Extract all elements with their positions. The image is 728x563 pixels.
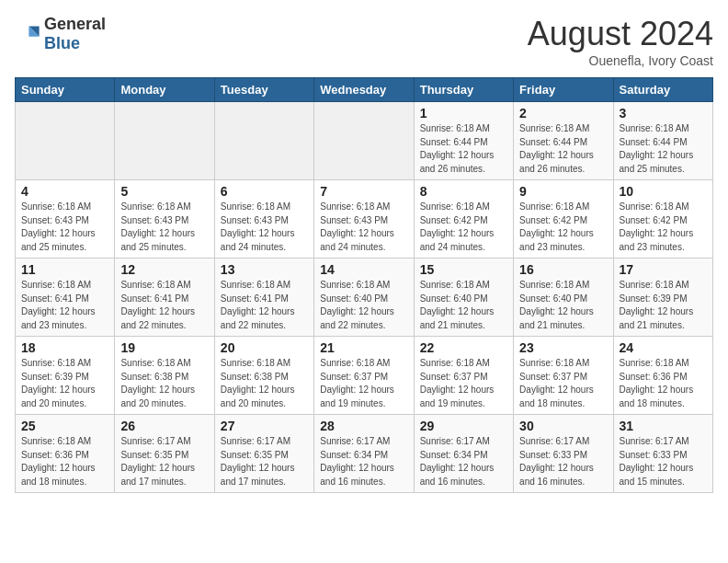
calendar-cell: 30Sunrise: 6:17 AM Sunset: 6:33 PM Dayli…	[514, 415, 613, 493]
day-info: Sunrise: 6:18 AM Sunset: 6:40 PM Dayligh…	[320, 279, 407, 332]
calendar-cell: 31Sunrise: 6:17 AM Sunset: 6:33 PM Dayli…	[613, 415, 712, 493]
day-info: Sunrise: 6:18 AM Sunset: 6:37 PM Dayligh…	[420, 357, 507, 410]
calendar-cell: 2Sunrise: 6:18 AM Sunset: 6:44 PM Daylig…	[514, 102, 613, 180]
calendar-week-5: 25Sunrise: 6:18 AM Sunset: 6:36 PM Dayli…	[16, 415, 713, 493]
calendar-week-1: 1Sunrise: 6:18 AM Sunset: 6:44 PM Daylig…	[16, 102, 713, 180]
calendar-cell: 6Sunrise: 6:18 AM Sunset: 6:43 PM Daylig…	[214, 180, 313, 259]
day-number: 16	[519, 262, 607, 277]
day-info: Sunrise: 6:18 AM Sunset: 6:38 PM Dayligh…	[120, 357, 208, 410]
header-day-thursday: Thursday	[414, 78, 513, 102]
calendar-cell: 21Sunrise: 6:18 AM Sunset: 6:37 PM Dayli…	[314, 337, 414, 415]
day-number: 2	[519, 106, 607, 121]
day-number: 8	[420, 184, 507, 199]
day-number: 30	[519, 419, 607, 433]
day-number: 7	[320, 184, 407, 199]
calendar-cell: 7Sunrise: 6:18 AM Sunset: 6:43 PM Daylig…	[314, 180, 414, 259]
day-info: Sunrise: 6:18 AM Sunset: 6:39 PM Dayligh…	[620, 279, 707, 332]
day-number: 26	[120, 419, 208, 433]
calendar-cell: 19Sunrise: 6:18 AM Sunset: 6:38 PM Dayli…	[115, 337, 214, 415]
calendar-cell	[214, 102, 313, 180]
calendar-cell: 17Sunrise: 6:18 AM Sunset: 6:39 PM Dayli…	[613, 259, 712, 337]
day-info: Sunrise: 6:18 AM Sunset: 6:42 PM Dayligh…	[519, 201, 607, 254]
day-number: 9	[519, 184, 607, 199]
calendar-cell: 25Sunrise: 6:18 AM Sunset: 6:36 PM Dayli…	[16, 415, 115, 493]
day-number: 3	[620, 106, 707, 121]
calendar-cell: 5Sunrise: 6:18 AM Sunset: 6:43 PM Daylig…	[115, 180, 214, 259]
day-info: Sunrise: 6:18 AM Sunset: 6:41 PM Dayligh…	[221, 279, 308, 332]
calendar-cell: 14Sunrise: 6:18 AM Sunset: 6:40 PM Dayli…	[314, 259, 414, 337]
calendar-cell: 1Sunrise: 6:18 AM Sunset: 6:44 PM Daylig…	[414, 102, 513, 180]
title-block: August 2024 Ouenefla, Ivory Coast	[528, 15, 713, 68]
calendar-cell	[115, 102, 214, 180]
day-info: Sunrise: 6:17 AM Sunset: 6:35 PM Dayligh…	[221, 435, 308, 488]
day-number: 31	[620, 419, 707, 433]
calendar-cell: 18Sunrise: 6:18 AM Sunset: 6:39 PM Dayli…	[16, 337, 115, 415]
day-number: 19	[120, 340, 208, 355]
day-info: Sunrise: 6:18 AM Sunset: 6:36 PM Dayligh…	[21, 435, 108, 488]
calendar-cell: 10Sunrise: 6:18 AM Sunset: 6:42 PM Dayli…	[613, 180, 712, 259]
calendar-cell: 27Sunrise: 6:17 AM Sunset: 6:35 PM Dayli…	[214, 415, 313, 493]
day-number: 4	[21, 184, 108, 199]
day-number: 22	[420, 340, 507, 355]
page-header: General Blue August 2024 Ouenefla, Ivory…	[15, 15, 713, 68]
day-info: Sunrise: 6:18 AM Sunset: 6:40 PM Dayligh…	[420, 279, 507, 332]
header-day-saturday: Saturday	[613, 78, 712, 102]
calendar-cell: 24Sunrise: 6:18 AM Sunset: 6:36 PM Dayli…	[613, 337, 712, 415]
calendar-cell: 22Sunrise: 6:18 AM Sunset: 6:37 PM Dayli…	[414, 337, 513, 415]
day-number: 17	[620, 262, 707, 277]
month-title: August 2024	[528, 15, 713, 53]
day-info: Sunrise: 6:18 AM Sunset: 6:43 PM Dayligh…	[120, 201, 208, 254]
day-number: 15	[420, 262, 507, 277]
day-number: 28	[320, 419, 407, 433]
calendar-cell: 23Sunrise: 6:18 AM Sunset: 6:37 PM Dayli…	[514, 337, 613, 415]
day-info: Sunrise: 6:17 AM Sunset: 6:34 PM Dayligh…	[420, 435, 507, 488]
location-subtitle: Ouenefla, Ivory Coast	[528, 53, 713, 68]
day-number: 20	[221, 340, 308, 355]
calendar-cell: 13Sunrise: 6:18 AM Sunset: 6:41 PM Dayli…	[214, 259, 313, 337]
day-number: 11	[21, 262, 108, 277]
day-info: Sunrise: 6:18 AM Sunset: 6:43 PM Dayligh…	[320, 201, 407, 254]
day-info: Sunrise: 6:18 AM Sunset: 6:38 PM Dayligh…	[221, 357, 308, 410]
day-number: 24	[620, 340, 707, 355]
calendar-cell: 20Sunrise: 6:18 AM Sunset: 6:38 PM Dayli…	[214, 337, 313, 415]
calendar-cell	[16, 102, 115, 180]
day-number: 21	[320, 340, 407, 355]
calendar-week-3: 11Sunrise: 6:18 AM Sunset: 6:41 PM Dayli…	[16, 259, 713, 337]
calendar-cell: 4Sunrise: 6:18 AM Sunset: 6:43 PM Daylig…	[16, 180, 115, 259]
day-number: 14	[320, 262, 407, 277]
day-number: 18	[21, 340, 108, 355]
day-info: Sunrise: 6:18 AM Sunset: 6:40 PM Dayligh…	[519, 279, 607, 332]
calendar-cell: 8Sunrise: 6:18 AM Sunset: 6:42 PM Daylig…	[414, 180, 513, 259]
day-info: Sunrise: 6:18 AM Sunset: 6:41 PM Dayligh…	[120, 279, 208, 332]
calendar-cell: 3Sunrise: 6:18 AM Sunset: 6:44 PM Daylig…	[613, 102, 712, 180]
logo-general-text: General	[44, 15, 106, 33]
day-number: 29	[420, 419, 507, 433]
day-info: Sunrise: 6:18 AM Sunset: 6:44 PM Dayligh…	[519, 122, 607, 176]
day-info: Sunrise: 6:18 AM Sunset: 6:41 PM Dayligh…	[21, 279, 108, 332]
day-info: Sunrise: 6:17 AM Sunset: 6:34 PM Dayligh…	[320, 435, 407, 488]
day-number: 1	[420, 106, 507, 121]
day-info: Sunrise: 6:18 AM Sunset: 6:37 PM Dayligh…	[320, 357, 407, 410]
logo-blue-text: Blue	[44, 34, 80, 52]
calendar-cell: 16Sunrise: 6:18 AM Sunset: 6:40 PM Dayli…	[514, 259, 613, 337]
calendar-week-2: 4Sunrise: 6:18 AM Sunset: 6:43 PM Daylig…	[16, 180, 713, 259]
calendar-cell	[314, 102, 414, 180]
day-number: 6	[221, 184, 308, 199]
day-info: Sunrise: 6:17 AM Sunset: 6:33 PM Dayligh…	[519, 435, 607, 488]
calendar-cell: 9Sunrise: 6:18 AM Sunset: 6:42 PM Daylig…	[514, 180, 613, 259]
day-info: Sunrise: 6:18 AM Sunset: 6:43 PM Dayligh…	[221, 201, 308, 254]
day-info: Sunrise: 6:18 AM Sunset: 6:42 PM Dayligh…	[420, 201, 507, 254]
calendar-header-row: SundayMondayTuesdayWednesdayThursdayFrid…	[16, 78, 713, 102]
day-number: 25	[21, 419, 108, 433]
day-info: Sunrise: 6:18 AM Sunset: 6:42 PM Dayligh…	[620, 201, 707, 254]
day-number: 12	[120, 262, 208, 277]
calendar-cell: 12Sunrise: 6:18 AM Sunset: 6:41 PM Dayli…	[115, 259, 214, 337]
calendar-cell: 11Sunrise: 6:18 AM Sunset: 6:41 PM Dayli…	[16, 259, 115, 337]
day-number: 27	[221, 419, 308, 433]
day-number: 13	[221, 262, 308, 277]
calendar-cell: 15Sunrise: 6:18 AM Sunset: 6:40 PM Dayli…	[414, 259, 513, 337]
day-number: 10	[620, 184, 707, 199]
day-info: Sunrise: 6:18 AM Sunset: 6:39 PM Dayligh…	[21, 357, 108, 410]
day-info: Sunrise: 6:17 AM Sunset: 6:35 PM Dayligh…	[120, 435, 208, 488]
header-day-monday: Monday	[115, 78, 214, 102]
